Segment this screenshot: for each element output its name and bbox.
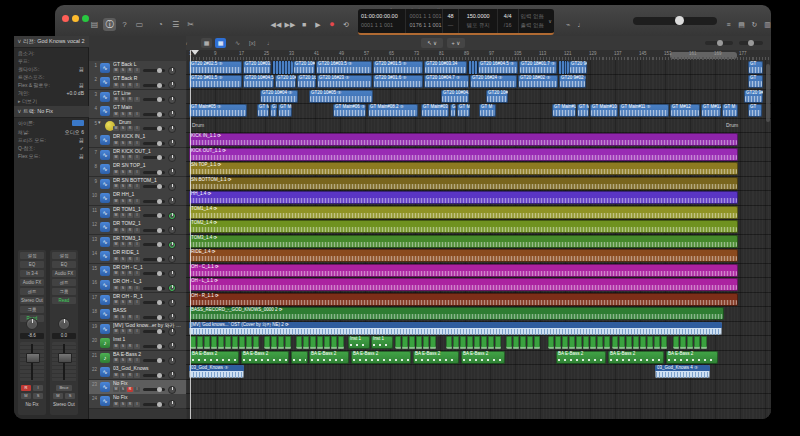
inspector-more-row[interactable]: ▸ 더보기 (14, 97, 88, 105)
track-m-button[interactable]: M (113, 126, 119, 131)
strip-slot[interactable]: 그룹 (52, 288, 76, 295)
track-pan-knob[interactable] (168, 342, 176, 350)
midi-cell-regions[interactable] (395, 336, 437, 349)
track-i-button[interactable]: I (134, 271, 140, 276)
track-s-button[interactable]: S (120, 402, 126, 407)
audio-file-region[interactable]: [MV] 'God knows...' OST (Cover by 와카 NE)… (189, 322, 722, 335)
audio-take-region[interactable]: GT (748, 61, 763, 74)
audio-region[interactable]: RIDE_1.4 ⟳ (189, 249, 738, 262)
strip-slot[interactable]: Audio FX (20, 279, 44, 286)
midi-region[interactable]: BA E-Bass 2 (666, 351, 718, 364)
track-pan-knob[interactable] (168, 357, 176, 365)
strip-pan-knob[interactable] (26, 318, 38, 330)
audio-take-region[interactable]: GT Main#08.2 ② (368, 104, 418, 117)
audio-take-region[interactable]: GT M (457, 104, 470, 117)
strip-m-button[interactable]: M (53, 393, 63, 399)
audio-take-region[interactable]: GT Main#10 ② (590, 104, 618, 117)
track-header-10[interactable]: 10∿DR HH_1MSRI (89, 191, 186, 206)
inspector-icon[interactable]: ⓘ (103, 18, 116, 31)
midi-cell-regions[interactable] (296, 336, 345, 349)
midi-cell-regions[interactable] (548, 336, 611, 349)
midi-region[interactable]: Inst 1 (348, 336, 370, 349)
track-pan-knob[interactable] (168, 255, 176, 263)
smart-controls-icon[interactable]: ◔ (154, 18, 167, 31)
audio-region[interactable]: OH - R_1.1 ⟳ (189, 293, 738, 306)
track-volume-slider[interactable] (143, 98, 165, 101)
track-pan-knob[interactable] (168, 183, 176, 191)
track-m-button[interactable]: M (113, 387, 119, 392)
track-i-button[interactable]: I (134, 329, 140, 334)
track-header-13[interactable]: 13∿DR TOM3_1MSRI (89, 235, 186, 250)
track-volume-slider[interactable] (143, 272, 165, 275)
track-i-button[interactable]: I (134, 184, 140, 189)
track-r-button[interactable]: R (127, 141, 133, 146)
track-r-button[interactable]: R (127, 387, 133, 392)
audio-take-region[interactable]: GT20 10#05 ② (309, 90, 373, 103)
lcd-display[interactable]: 01:00:00:00.00 0001 1 1 001 0001 1 1 001… (358, 9, 554, 35)
track-r-button[interactable]: R (127, 271, 133, 276)
track-i-button[interactable]: I (134, 286, 140, 291)
audio-take-region[interactable]: GT20 9#04 (744, 90, 763, 103)
track-m-button[interactable]: M (113, 155, 119, 160)
list-editors-icon[interactable]: ≡ (723, 18, 734, 31)
track-r-button[interactable]: R (127, 402, 133, 407)
record-button[interactable]: ● (326, 18, 338, 31)
strip-slot[interactable]: 설정 (20, 252, 44, 259)
strip-slot[interactable]: 센드 (20, 288, 44, 295)
track-r-button[interactable]: R (127, 155, 133, 160)
audio-take-region[interactable]: GT20 18#01.7 ② (519, 61, 557, 74)
track-m-button[interactable]: M (113, 271, 119, 276)
track-i-button[interactable]: I (134, 387, 140, 392)
midi-region[interactable]: BA E-Bass 2 (241, 351, 289, 364)
track-pan-knob[interactable] (168, 371, 176, 379)
track-s-button[interactable]: S (120, 68, 126, 73)
midi-cell-regions[interactable] (446, 336, 502, 349)
automation-mode-button[interactable]: Read (52, 297, 76, 304)
midi-cell-regions[interactable] (264, 336, 292, 349)
track-param-row[interactable]: Flex 모드:끔 (14, 152, 88, 160)
sliced-region[interactable] (558, 61, 569, 74)
track-r-button[interactable]: R (127, 300, 133, 305)
note-pads-icon[interactable]: ▤ (736, 18, 747, 31)
strip-m-button[interactable]: M (21, 393, 31, 399)
track-i-button[interactable]: I (134, 344, 140, 349)
strip-slot[interactable]: 설정 (52, 252, 76, 259)
midi-cell-regions[interactable] (673, 336, 708, 349)
track-volume-slider[interactable] (143, 403, 165, 406)
track-s-button[interactable]: S (120, 97, 126, 102)
audio-take-region[interactable]: GT20 10#04 ② (260, 90, 298, 103)
audio-take-region[interactable]: GT20 3#01.6 ② (373, 75, 423, 88)
midi-region[interactable]: BA E-Bass 2 (608, 351, 664, 364)
apple-loops-icon[interactable]: ↻ (749, 18, 760, 31)
browsers-icon[interactable]: ▥ (762, 18, 773, 31)
region-param-row[interactable]: 루프: (14, 57, 88, 65)
track-header-19[interactable]: 19∿[MV] 'God know...er by 와카 NE)MSRI (89, 322, 186, 337)
track-m-button[interactable]: M (113, 184, 119, 189)
track-pan-knob[interactable] (168, 96, 176, 104)
audio-region[interactable]: KICK IN_1.1 ⟳ (189, 133, 738, 146)
left-click-tool-menu[interactable]: ↖ ∨ (421, 38, 443, 48)
region-param-row[interactable]: Flex & 팔로우:끔 (14, 81, 88, 89)
track-i-button[interactable]: I (134, 242, 140, 247)
track-pan-knob[interactable] (168, 212, 176, 220)
track-m-button[interactable]: M (113, 199, 119, 204)
track-r-button[interactable]: R (127, 358, 133, 363)
track-s-button[interactable]: S (120, 344, 126, 349)
track-r-button[interactable]: R (127, 68, 133, 73)
audio-take-region[interactable]: GT Main#06 ② (333, 104, 366, 117)
track-header-15[interactable]: 15∿DR OH - C_1MSRI (89, 264, 186, 279)
track-m-button[interactable]: M (113, 141, 119, 146)
audio-take-region[interactable]: GT M (479, 104, 496, 117)
track-r-button[interactable]: R (127, 184, 133, 189)
track-i-button[interactable]: I (134, 155, 140, 160)
master-volume-slider[interactable] (633, 17, 717, 25)
strip-volume-fader[interactable] (52, 342, 76, 382)
track-pan-knob[interactable] (168, 81, 176, 89)
audio-file-region[interactable]: 03_God_Knows 4 ② (655, 365, 710, 378)
track-r-button[interactable]: R (127, 199, 133, 204)
track-m-button[interactable]: M (113, 329, 119, 334)
track-pan-knob[interactable] (168, 110, 176, 118)
strip-slot[interactable]: 그룹 (20, 306, 44, 313)
audio-take-region[interactable]: GT M#13 (701, 104, 721, 117)
strip-s-button[interactable]: S (33, 393, 43, 399)
